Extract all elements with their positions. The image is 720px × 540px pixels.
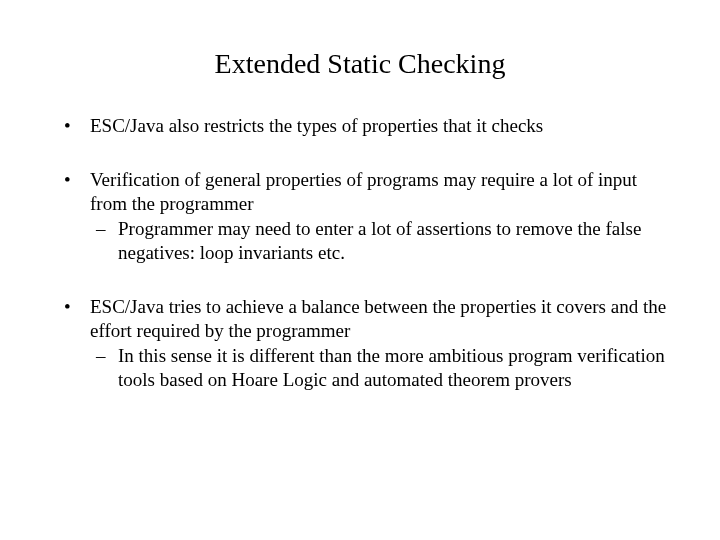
list-item: ESC/Java tries to achieve a balance betw…: [50, 295, 670, 392]
slide-title: Extended Static Checking: [50, 48, 670, 80]
sub-list: Programmer may need to enter a lot of as…: [90, 217, 670, 265]
sub-bullet-text: In this sense it is different than the m…: [118, 345, 665, 390]
bullet-text: ESC/Java tries to achieve a balance betw…: [90, 296, 666, 341]
list-item: Verification of general properties of pr…: [50, 168, 670, 265]
slide: Extended Static Checking ESC/Java also r…: [0, 0, 720, 540]
list-item: ESC/Java also restricts the types of pro…: [50, 114, 670, 138]
sub-list-item: Programmer may need to enter a lot of as…: [90, 217, 670, 265]
sub-bullet-text: Programmer may need to enter a lot of as…: [118, 218, 641, 263]
sub-list: In this sense it is different than the m…: [90, 344, 670, 392]
bullet-list: ESC/Java also restricts the types of pro…: [50, 114, 670, 392]
sub-list-item: In this sense it is different than the m…: [90, 344, 670, 392]
bullet-text: Verification of general properties of pr…: [90, 169, 637, 214]
bullet-text: ESC/Java also restricts the types of pro…: [90, 115, 543, 136]
